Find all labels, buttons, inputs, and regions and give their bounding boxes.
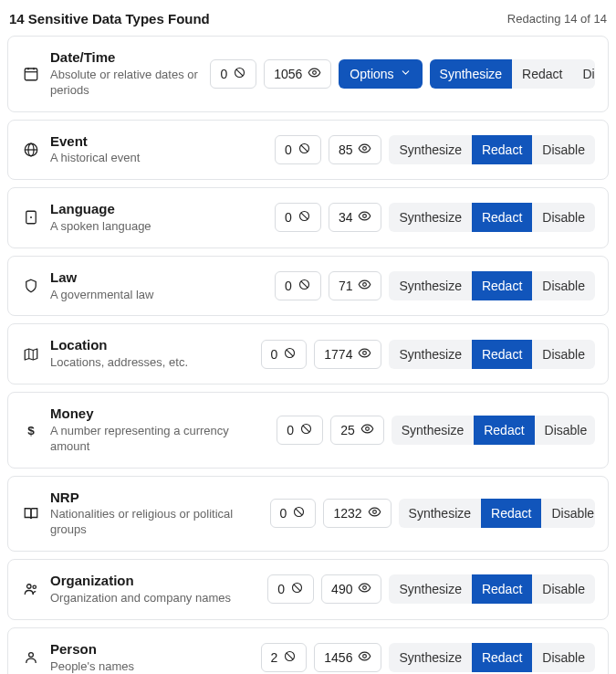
options-button[interactable]: Options [339,59,422,89]
visible-count[interactable]: 490 [321,574,381,604]
eye-icon [360,422,374,438]
disable-button[interactable]: Disable [532,271,595,300]
redact-button[interactable]: Redact [474,416,534,445]
row-text: Date/TimeAbsolute or relative dates or p… [48,49,203,99]
synthesize-button[interactable]: Synthesize [430,59,512,89]
visible-count[interactable]: 71 [329,271,382,300]
blocked-value: 0 [287,423,294,437]
synthesize-button[interactable]: Synthesize [389,135,471,164]
eye-icon [358,278,371,294]
chevron-down-icon [400,67,412,81]
visible-count[interactable]: 85 [329,135,382,164]
row-desc: Absolute or relative dates or periods [50,68,203,99]
row-title: Organization [50,573,260,590]
blocked-count[interactable]: 0 [267,574,314,604]
eye-icon [358,649,371,666]
synthesize-button[interactable]: Synthesize [389,574,471,604]
blocked-value: 2 [271,650,278,665]
row-text: LanguageA spoken language [48,201,267,235]
synthesize-button[interactable]: Synthesize [389,271,471,300]
blocked-count[interactable]: 0 [270,499,317,528]
blocked-count[interactable]: 0 [275,135,321,164]
block-icon [283,346,297,363]
block-icon [283,649,297,666]
visible-value: 34 [339,210,353,225]
calendar-icon [21,66,41,82]
redact-button[interactable]: Redact [472,203,532,232]
blocked-value: 0 [285,142,292,157]
data-type-row: LocationLocations, addresses, etc.01774S… [7,323,609,384]
eye-icon [368,505,381,521]
row-title: Event [50,133,267,151]
visible-value: 71 [339,279,353,293]
disable-button[interactable]: Disable [532,203,595,232]
visible-count[interactable]: 25 [330,416,384,445]
disable-button[interactable]: Disable [572,59,595,89]
row-text: MoneyA number representing a currency am… [48,405,269,455]
synthesize-button[interactable]: Synthesize [389,203,471,232]
redact-button[interactable]: Redact [472,135,532,164]
row-text: PersonPeople's names [48,641,254,674]
org-icon [21,581,41,597]
row-desc: A historical event [50,151,267,166]
synthesize-button[interactable]: Synthesize [399,499,481,528]
block-icon [233,66,246,82]
data-type-row: EventA historical event085SynthesizeReda… [7,120,609,181]
synthesize-button[interactable]: Synthesize [389,340,471,369]
visible-count[interactable]: 34 [329,203,382,232]
redact-button[interactable]: Redact [472,271,532,300]
disable-button[interactable]: Disable [535,416,595,445]
visible-value: 1774 [324,347,352,362]
synthesize-button[interactable]: Synthesize [389,643,471,672]
blocked-value: 0 [285,279,292,293]
blocked-count[interactable]: 2 [261,643,308,672]
blocked-count[interactable]: 0 [275,203,321,232]
action-segment: SynthesizeRedactDisable [389,203,595,232]
row-title: Law [50,269,267,287]
block-icon [298,142,311,158]
data-type-row: Date/TimeAbsolute or relative dates or p… [7,36,609,112]
block-icon [298,278,311,294]
visible-count[interactable]: 1056 [264,59,331,89]
action-segment: SynthesizeRedactDisable [392,416,595,445]
blocked-count[interactable]: 0 [261,340,308,369]
data-type-row: NRPNationalities or religious or politic… [7,476,609,553]
blocked-count[interactable]: 0 [275,271,321,300]
blocked-value: 0 [285,210,292,225]
visible-value: 1056 [274,67,302,81]
redact-button[interactable]: Redact [472,643,532,672]
disable-button[interactable]: Disable [532,340,595,369]
visible-value: 1232 [333,506,361,521]
blocked-value: 0 [280,506,287,521]
redact-button[interactable]: Redact [472,574,532,604]
row-text: LocationLocations, addresses, etc. [48,337,254,371]
visible-count[interactable]: 1232 [323,499,391,528]
disable-button[interactable]: Disable [541,499,595,528]
redacting-status: Redacting 14 of 14 [507,12,607,26]
redact-button[interactable]: Redact [472,340,532,369]
header: 14 Sensitive Data Types Found Redacting … [7,7,609,36]
shield-icon [21,278,41,294]
row-title: Person [50,641,254,658]
disable-button[interactable]: Disable [532,643,595,672]
redact-button[interactable]: Redact [481,499,541,528]
row-title: Language [50,201,267,218]
blocked-count[interactable]: 0 [277,416,323,445]
blocked-count[interactable]: 0 [210,59,256,89]
eye-icon [358,142,371,158]
visible-count[interactable]: 1774 [314,340,381,369]
visible-value: 25 [340,423,355,437]
row-title: Location [50,337,254,354]
language-icon [21,209,41,226]
blocked-value: 0 [220,67,227,81]
disable-button[interactable]: Disable [532,135,595,164]
block-icon [298,209,311,226]
row-desc: A governmental law [50,288,267,303]
row-text: OrganizationOrganization and company nam… [48,573,260,606]
row-desc: Organization and company names [50,591,260,606]
eye-icon [358,581,371,597]
redact-button[interactable]: Redact [512,59,572,89]
disable-button[interactable]: Disable [532,574,595,604]
synthesize-button[interactable]: Synthesize [392,416,474,445]
visible-count[interactable]: 1456 [314,643,381,672]
